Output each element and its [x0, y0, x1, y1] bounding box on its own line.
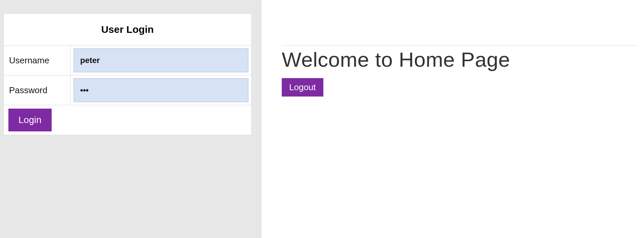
welcome-heading: Welcome to Home Page: [282, 48, 637, 71]
username-label: Username: [4, 46, 71, 75]
divider: [282, 45, 637, 46]
username-input[interactable]: [73, 48, 249, 72]
home-panel: Welcome to Home Page Logout: [262, 0, 644, 238]
login-title: User Login: [4, 14, 252, 46]
password-input-cell: [71, 75, 252, 105]
login-form-table: User Login Username Password Login: [3, 13, 252, 135]
login-button[interactable]: Login: [8, 109, 52, 131]
login-panel: User Login Username Password Login: [0, 0, 262, 238]
password-input[interactable]: [73, 78, 249, 102]
login-button-cell: Login: [4, 105, 252, 135]
logout-button[interactable]: Logout: [282, 78, 323, 97]
password-label: Password: [4, 75, 71, 105]
username-input-cell: [71, 46, 252, 75]
